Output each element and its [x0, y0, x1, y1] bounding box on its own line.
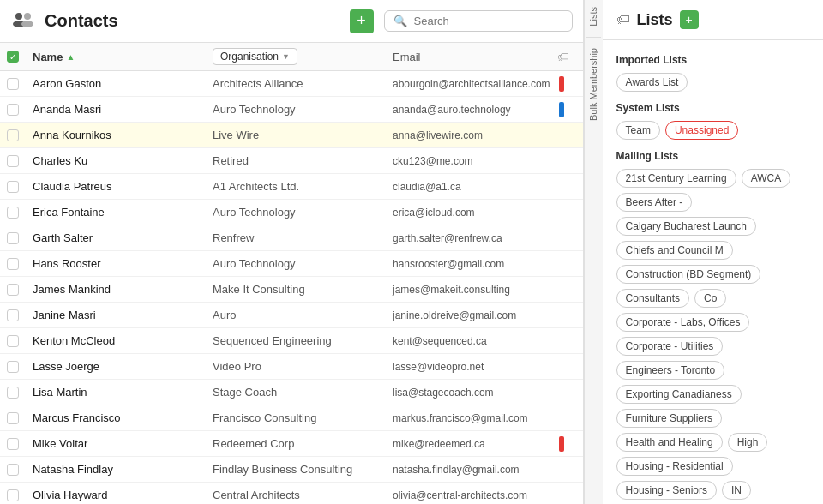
table-row[interactable]: Charles Ku Retired cku123@me.com — [0, 148, 583, 174]
select-all-checkbox[interactable] — [7, 51, 19, 63]
contact-tag-bar — [557, 411, 583, 426]
contact-tag-bar — [557, 359, 583, 375]
mailing-list-tag[interactable]: High — [728, 433, 768, 452]
row-checkbox[interactable] — [7, 207, 19, 219]
page-title: Contacts — [45, 11, 118, 31]
contact-name: Janine Masri — [26, 309, 206, 321]
table-row[interactable]: Lisa Martin Stage Coach lisa@stagecoach.… — [0, 380, 583, 405]
contact-name: Hans Rooster — [26, 257, 206, 270]
col-org-header[interactable]: Organisation ▼ — [206, 48, 386, 65]
contact-tag-bar — [557, 333, 583, 349]
contact-tag-bar — [557, 488, 583, 503]
contact-email: james@makeit.consulting — [386, 284, 557, 296]
table-row[interactable]: Anna Kournikos Live Wire anna@livewire.c… — [0, 123, 583, 148]
system-list-tag[interactable]: Unassigned — [665, 121, 738, 140]
mailing-list-tag[interactable]: Housing - Residential — [616, 457, 733, 476]
table-row[interactable]: Claudia Patreus A1 Architects Ltd. claud… — [0, 174, 583, 200]
mailing-list-tag[interactable]: Engineers - Toronto — [616, 361, 725, 380]
table-header: Name ▲ Organisation ▼ Email 🏷 — [0, 43, 583, 71]
table-row[interactable]: Janine Masri Auro janine.oldreive@gmail.… — [0, 303, 583, 328]
contact-name: Ananda Masri — [26, 103, 206, 116]
table-row[interactable]: James Mankind Make It Consulting james@m… — [0, 277, 583, 303]
contact-email: cku123@me.com — [386, 155, 557, 167]
row-checkbox[interactable] — [7, 387, 19, 399]
add-list-button[interactable]: + — [680, 10, 699, 29]
system-list-tag[interactable]: Team — [616, 121, 660, 140]
contact-email: hansrooster@gmail.com — [386, 258, 557, 270]
contact-org: Stage Coach — [206, 386, 386, 399]
mailing-list-tag[interactable]: Corporate - Utilities — [616, 337, 724, 356]
table-row[interactable]: Erica Fontaine Auro Technology erica@icl… — [0, 200, 583, 225]
contact-name: Lasse Joerge — [26, 360, 206, 373]
row-checkbox[interactable] — [7, 284, 19, 296]
mailing-list-tag[interactable]: Chiefs and Council M — [616, 241, 733, 260]
sort-arrow-icon: ▲ — [66, 52, 75, 62]
table-row[interactable]: Olivia Hayward Central Architects olivia… — [0, 483, 583, 504]
mailing-list-tag[interactable]: Consultants — [616, 289, 689, 308]
contact-org: Auro Technology — [206, 257, 386, 270]
lists-content: Imported Lists Awards List System Lists … — [603, 40, 823, 504]
lists-title: Lists — [637, 11, 673, 29]
contact-name: Olivia Hayward — [26, 489, 206, 501]
row-checkbox[interactable] — [7, 489, 19, 501]
contact-email: abourgoin@architectsalliance.com — [386, 78, 557, 90]
mailing-list-tag[interactable]: Exporting Canadianess — [616, 385, 742, 404]
system-lists-container: TeamUnassigned — [616, 121, 809, 140]
table-row[interactable]: Ananda Masri Auro Technology ananda@auro… — [0, 97, 583, 123]
contact-tag-bar — [557, 205, 583, 220]
contact-email: lasse@videopro.net — [386, 361, 557, 373]
contact-tag-bar — [557, 462, 583, 477]
bulk-membership-tab[interactable]: Bulk Membership — [584, 41, 603, 128]
contact-org: Live Wire — [206, 129, 386, 141]
contact-tag-bar — [557, 102, 583, 117]
row-checkbox[interactable] — [7, 232, 19, 244]
row-checkbox[interactable] — [7, 335, 19, 347]
mailing-list-tag[interactable]: Co — [694, 289, 726, 308]
contact-email: markus.francisco@gmail.com — [386, 412, 557, 424]
lists-tab[interactable]: Lists — [584, 0, 603, 33]
search-input[interactable] — [414, 15, 563, 27]
row-checkbox[interactable] — [7, 361, 19, 373]
mailing-list-tag[interactable]: Calgary Bucharest Launch — [616, 217, 756, 236]
table-row[interactable]: Aaron Gaston Architects Alliance abourgo… — [0, 71, 583, 97]
imported-list-tag[interactable]: Awards List — [616, 73, 688, 92]
contact-email: ananda@auro.technology — [386, 104, 557, 116]
row-checkbox[interactable] — [7, 412, 19, 424]
mailing-list-tag[interactable]: Corporate - Labs, Offices — [616, 313, 750, 332]
mailing-list-tag[interactable]: Housing - Seniors — [616, 481, 717, 500]
col-name-header[interactable]: Name ▲ — [26, 51, 206, 63]
row-checkbox[interactable] — [7, 309, 19, 321]
row-checkbox[interactable] — [7, 258, 19, 270]
table-row[interactable]: Natasha Findlay Findlay Business Consult… — [0, 457, 583, 483]
contact-tag-bar — [557, 179, 583, 195]
contacts-icon — [10, 10, 34, 32]
contact-tag-bar — [557, 256, 583, 272]
mailing-list-tag[interactable]: Furniture Suppliers — [616, 409, 722, 428]
contact-org: Video Pro — [206, 360, 386, 373]
row-checkbox[interactable] — [7, 181, 19, 193]
row-checkbox[interactable] — [7, 438, 19, 450]
contact-email: garth.salter@renfrew.ca — [386, 232, 557, 244]
mailing-list-tag[interactable]: Construction (BD Segment) — [616, 265, 761, 284]
row-checkbox[interactable] — [7, 104, 19, 116]
mailing-list-tag[interactable]: AWCA — [742, 169, 791, 188]
mailing-list-tag[interactable]: 21st Century Learning — [616, 169, 736, 188]
table-row[interactable]: Kenton McCleod Sequenced Engineering ken… — [0, 328, 583, 354]
row-checkbox[interactable] — [7, 464, 19, 476]
table-row[interactable]: Mike Voltar Redeemed Corp mike@redeemed.… — [0, 431, 583, 457]
table-row[interactable]: Marcus Francisco Francisco Consulting ma… — [0, 405, 583, 431]
table-row[interactable]: Lasse Joerge Video Pro lasse@videopro.ne… — [0, 354, 583, 380]
mailing-list-tag[interactable]: IN — [722, 481, 751, 500]
add-contact-button[interactable]: + — [350, 9, 374, 33]
row-checkbox[interactable] — [7, 78, 19, 90]
table-row[interactable]: Hans Rooster Auro Technology hansrooster… — [0, 251, 583, 277]
contact-name: Lisa Martin — [26, 386, 206, 399]
lists-tag-icon: 🏷 — [616, 12, 630, 27]
contact-tag-bar — [557, 436, 583, 452]
mailing-list-tag[interactable]: Health and Healing — [616, 433, 723, 452]
mailing-list-tag[interactable]: Beers After - — [616, 193, 693, 212]
contact-tag-bar — [557, 282, 583, 297]
row-checkbox[interactable] — [7, 155, 19, 167]
table-row[interactable]: Garth Salter Renfrew garth.salter@renfre… — [0, 225, 583, 251]
row-checkbox[interactable] — [7, 129, 19, 141]
